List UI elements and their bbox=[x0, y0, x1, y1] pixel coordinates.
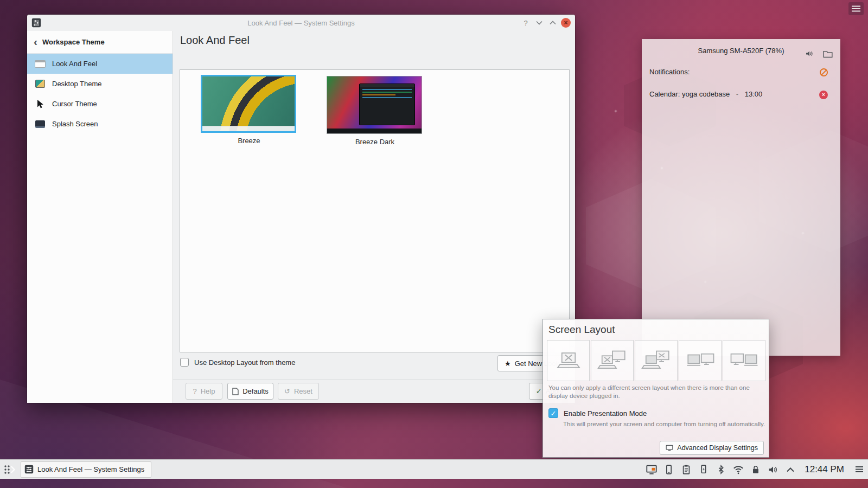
minimize-button[interactable] bbox=[534, 17, 545, 28]
panel-settings-button[interactable] bbox=[853, 463, 866, 476]
theme-name: Breeze Dark bbox=[327, 138, 423, 146]
monitor-icon bbox=[645, 464, 658, 476]
dual-screen-right-icon bbox=[729, 348, 760, 373]
layout-option-clone[interactable] bbox=[635, 340, 678, 381]
laptop-x-monitor-icon bbox=[597, 348, 628, 373]
sidebar-item-label: Look And Feel bbox=[52, 60, 97, 68]
clipboard-tray-button[interactable] bbox=[680, 463, 693, 476]
use-desktop-layout-checkbox[interactable] bbox=[180, 358, 189, 367]
kdeconnect-tray-button[interactable] bbox=[662, 463, 675, 476]
dismiss-notification-button[interactable]: × bbox=[819, 91, 828, 99]
window-footer: ? Help Defaults ↺ Reset ✓ Apply bbox=[173, 380, 575, 403]
calendar-separator: - bbox=[736, 90, 738, 98]
sidebar-item-splash-screen[interactable]: Splash Screen bbox=[27, 114, 173, 134]
reset-label: Reset bbox=[294, 387, 312, 395]
sidebar-item-cursor-theme[interactable]: Cursor Theme bbox=[27, 94, 173, 114]
chevron-up-icon bbox=[550, 21, 556, 25]
device-notifications-panel: Samsung SM-A520F (78%) Notifications: Ca… bbox=[642, 39, 840, 356]
help-button[interactable]: ? bbox=[520, 17, 531, 28]
help-footer-button[interactable]: ? Help bbox=[186, 383, 222, 400]
breeze-dark-preview[interactable] bbox=[327, 76, 422, 134]
theme-name: Breeze bbox=[201, 137, 297, 145]
display-icon bbox=[666, 445, 673, 451]
laptop-x-icon bbox=[553, 348, 584, 373]
sidebar: ‹ Workspace Theme Look And Feel Desktop … bbox=[27, 31, 173, 403]
layout-option-extend-left[interactable] bbox=[679, 340, 722, 381]
system-tray: 12:44 PM bbox=[645, 463, 868, 476]
sidebar-item-look-and-feel[interactable]: Look And Feel bbox=[27, 54, 173, 74]
ring-device-button[interactable] bbox=[802, 47, 816, 61]
maximize-button[interactable] bbox=[547, 17, 558, 28]
presentation-mode-checkbox[interactable]: ✓ bbox=[548, 408, 558, 418]
calendar-notification: Calendar: yoga codebase - 13:00 bbox=[649, 90, 762, 98]
back-chevron-icon: ‹ bbox=[34, 36, 37, 47]
use-desktop-layout-row: Use Desktop Layout from theme bbox=[180, 358, 295, 367]
sidebar-item-desktop-theme[interactable]: Desktop Theme bbox=[27, 74, 173, 94]
page-title: Look And Feel bbox=[180, 34, 250, 47]
screen-layout-title: Screen Layout bbox=[548, 324, 615, 336]
taskbar: Look And Feel — System Settings bbox=[0, 459, 868, 479]
task-button-system-settings[interactable]: Look And Feel — System Settings bbox=[21, 461, 151, 478]
app-launcher-button[interactable] bbox=[2, 461, 18, 478]
check-icon: ✓ bbox=[536, 388, 542, 395]
look-and-feel-icon bbox=[34, 58, 46, 70]
reset-button[interactable]: ↺ Reset bbox=[278, 383, 319, 400]
sidebar-item-label: Desktop Theme bbox=[52, 80, 102, 88]
desktop-toolbox-button[interactable] bbox=[848, 2, 864, 15]
hamburger-icon bbox=[852, 5, 860, 12]
wifi-tray-button[interactable] bbox=[732, 463, 745, 476]
chevron-down-icon bbox=[536, 21, 542, 25]
screen-layout-options bbox=[547, 340, 765, 381]
clock[interactable]: 12:44 PM bbox=[805, 464, 844, 475]
hamburger-icon bbox=[855, 466, 864, 473]
calendar-text: Calendar: yoga codebase bbox=[649, 90, 730, 98]
speaker-icon bbox=[805, 49, 814, 59]
layout-option-extend-right[interactable] bbox=[723, 340, 765, 381]
theme-card-breeze-dark[interactable]: Breeze Dark bbox=[327, 76, 423, 146]
device-notifier-tray-button[interactable] bbox=[697, 463, 710, 476]
volume-tray-button[interactable] bbox=[767, 463, 780, 476]
sidebar-item-label: Splash Screen bbox=[52, 120, 98, 128]
layout-option-external-only[interactable] bbox=[591, 340, 634, 381]
close-button[interactable]: × bbox=[561, 18, 571, 28]
browse-device-button[interactable] bbox=[821, 47, 835, 61]
breeze-preview[interactable] bbox=[201, 75, 296, 133]
lock-icon bbox=[750, 464, 761, 476]
splash-screen-icon bbox=[34, 118, 46, 130]
app-icon bbox=[31, 18, 41, 28]
breeze-dark-preview-window bbox=[359, 84, 415, 126]
desktop-theme-icon bbox=[34, 78, 46, 90]
volume-icon bbox=[767, 464, 779, 476]
theme-card-breeze[interactable]: Breeze bbox=[201, 75, 297, 145]
presentation-mode-info: This will prevent your screen and comput… bbox=[563, 421, 765, 427]
tray-expander-button[interactable] bbox=[784, 463, 797, 476]
bluetooth-tray-button[interactable] bbox=[714, 463, 727, 476]
laptop-monitor-icon bbox=[641, 348, 672, 373]
cursor-theme-icon bbox=[34, 98, 46, 110]
sidebar-back-header[interactable]: ‹ Workspace Theme bbox=[27, 31, 173, 54]
help-label: Help bbox=[201, 387, 215, 395]
defaults-button[interactable]: Defaults bbox=[227, 383, 273, 400]
theme-grid: Breeze Breeze Dark bbox=[180, 69, 570, 352]
presentation-mode-label: Enable Presentation Mode bbox=[564, 409, 647, 418]
task-app-icon bbox=[24, 465, 34, 474]
dual-screen-left-icon bbox=[685, 348, 716, 373]
breeze-preview-taskbar bbox=[202, 126, 295, 131]
sidebar-item-label: Cursor Theme bbox=[52, 100, 97, 108]
screen-layout-info: You can only apply a different screen la… bbox=[548, 384, 765, 400]
window-title: Look And Feel — System Settings bbox=[92, 19, 510, 27]
defaults-label: Defaults bbox=[242, 387, 269, 395]
screen-layout-tray-button[interactable] bbox=[645, 463, 658, 476]
bluetooth-icon bbox=[716, 464, 726, 476]
lock-tray-button[interactable] bbox=[749, 463, 762, 476]
advanced-display-settings-button[interactable]: Advanced Display Settings bbox=[660, 441, 764, 455]
layout-option-internal-only[interactable] bbox=[547, 340, 590, 381]
undo-icon: ↺ bbox=[284, 388, 290, 395]
task-label: Look And Feel — System Settings bbox=[37, 465, 144, 473]
titlebar[interactable]: Look And Feel — System Settings ? × bbox=[27, 15, 575, 31]
help-icon: ? bbox=[193, 388, 197, 395]
launcher-icon bbox=[4, 465, 16, 474]
do-not-disturb-icon[interactable] bbox=[820, 68, 828, 76]
presentation-mode-row: ✓ Enable Presentation Mode bbox=[548, 408, 647, 418]
system-settings-window: Look And Feel — System Settings ? × ‹ Wo… bbox=[27, 15, 575, 403]
